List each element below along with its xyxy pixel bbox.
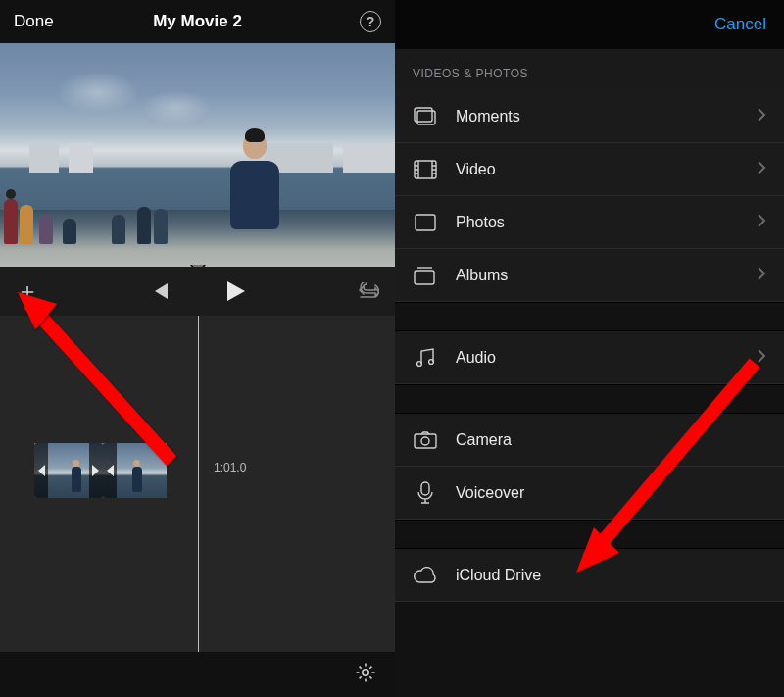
undo-button[interactable] <box>356 282 379 300</box>
clip-2[interactable] <box>103 443 167 498</box>
skip-back-button[interactable] <box>151 283 169 299</box>
project-title: My Movie 2 <box>153 12 242 31</box>
clip-skip-start-icon[interactable] <box>103 443 117 498</box>
chevron-right-icon <box>758 161 766 178</box>
row-photos[interactable]: Photos <box>395 196 784 249</box>
clip-skip-end-icon[interactable] <box>89 443 103 498</box>
row-moments[interactable]: Moments <box>395 90 784 143</box>
row-label: iCloud Drive <box>456 567 766 584</box>
row-label: Photos <box>456 214 740 231</box>
row-albums[interactable]: Albums <box>395 249 784 302</box>
transport-bar: ＋ <box>0 267 395 316</box>
timecode-label: 1:01.0 <box>214 461 246 474</box>
cloud-icon <box>413 563 438 588</box>
video-preview[interactable] <box>0 43 395 267</box>
row-voiceover[interactable]: Voiceover <box>395 467 784 520</box>
row-icloud-drive[interactable]: iCloud Drive <box>395 549 784 602</box>
clip-1[interactable] <box>34 443 103 498</box>
media-picker-pane: Cancel VIDEOS & PHOTOS Moments Video <box>395 0 784 697</box>
video-icon <box>413 157 438 182</box>
row-label: Video <box>456 161 740 178</box>
clip-skip-start-icon[interactable] <box>34 443 48 498</box>
editor-bottom-bar <box>0 652 395 697</box>
chevron-right-icon <box>758 267 766 284</box>
svg-rect-10 <box>421 482 429 495</box>
timeline[interactable]: 1:01.0 <box>0 316 395 652</box>
row-camera[interactable]: Camera <box>395 414 784 467</box>
row-label: Audio <box>456 349 740 367</box>
chevron-right-icon <box>758 108 766 125</box>
video-track[interactable] <box>0 443 395 498</box>
row-label: Moments <box>456 108 740 125</box>
photos-icon <box>413 210 438 235</box>
moments-icon <box>413 104 438 129</box>
editor-navbar: Done My Movie 2 ? <box>0 0 395 43</box>
editor-pane: Done My Movie 2 ? ＋ <box>0 0 395 697</box>
chevron-right-icon <box>758 349 766 367</box>
svg-point-9 <box>421 437 429 445</box>
playhead-marker <box>190 265 206 267</box>
section-header-videos-photos: VIDEOS & PHOTOS <box>395 49 784 90</box>
row-label: Voiceover <box>456 484 766 502</box>
row-audio[interactable]: Audio <box>395 331 784 384</box>
play-button[interactable] <box>227 281 245 301</box>
svg-rect-8 <box>415 434 436 448</box>
settings-button[interactable] <box>354 661 377 688</box>
audio-icon <box>413 345 438 371</box>
svg-point-0 <box>363 670 368 675</box>
svg-rect-4 <box>416 215 435 230</box>
cancel-button[interactable]: Cancel <box>714 15 766 34</box>
chevron-right-icon <box>758 214 766 231</box>
picker-header: Cancel <box>395 0 784 49</box>
help-button[interactable]: ? <box>360 11 381 32</box>
microphone-icon <box>413 480 438 506</box>
row-label: Albums <box>456 267 740 284</box>
albums-icon <box>413 263 438 288</box>
svg-rect-5 <box>415 271 434 284</box>
camera-icon <box>413 427 438 453</box>
done-button[interactable]: Done <box>14 12 54 31</box>
row-video[interactable]: Video <box>395 143 784 196</box>
add-media-button[interactable]: ＋ <box>16 279 39 303</box>
row-label: Camera <box>456 431 766 449</box>
